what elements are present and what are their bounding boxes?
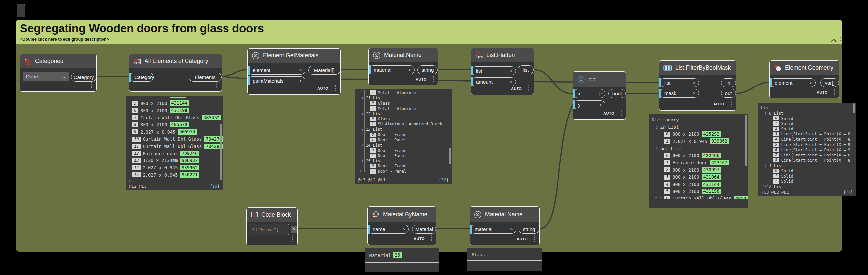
output-port-elements[interactable]: Elements bbox=[189, 73, 221, 81]
kebab-menu-icon[interactable] bbox=[433, 76, 434, 82]
input-port-list[interactable]: list> bbox=[659, 78, 699, 87]
node-title: Code Block bbox=[261, 211, 291, 218]
output-port-category[interactable]: Category bbox=[71, 73, 96, 81]
kebab-menu-icon[interactable] bbox=[834, 89, 835, 95]
input-port-amount[interactable]: amount> bbox=[471, 77, 516, 86]
lacing-control[interactable]: AUTO bbox=[416, 77, 427, 81]
output-port-bool[interactable]: bool bbox=[609, 89, 626, 98]
input-port-mask[interactable]: mask> bbox=[659, 89, 699, 98]
kebab-menu-icon[interactable] bbox=[335, 85, 336, 92]
wire[interactable] bbox=[222, 70, 247, 76]
lacing-control[interactable]: AUTO bbox=[317, 87, 328, 91]
node-all-elements-of-category[interactable]: All Elements of Category Category Elemen… bbox=[129, 54, 222, 92]
wire[interactable] bbox=[341, 69, 368, 70]
node-material-byname[interactable]: Material.ByName name> Material AUTO bbox=[367, 206, 436, 245]
preview-bubble-all-elements[interactable]: 5800 x 21004311446800 x 21004311987Curta… bbox=[126, 96, 223, 190]
preview-scrollbar[interactable] bbox=[853, 103, 855, 113]
input-port-element[interactable]: element> bbox=[248, 66, 305, 75]
lacing-control[interactable]: AUTO bbox=[817, 91, 828, 95]
preview-bubble-filter-dictionary[interactable]: Dictionary❯inList0800 x 210042529212.027… bbox=[649, 114, 748, 208]
input-port-element[interactable]: element> bbox=[770, 78, 816, 87]
lacing-control[interactable]: AUTO bbox=[414, 237, 425, 241]
node-material-name-2[interactable]: Material.Name material> string AUTO bbox=[469, 206, 540, 245]
preview-value: Entrance door bbox=[143, 151, 178, 156]
kebab-menu-icon[interactable] bbox=[528, 85, 529, 92]
kebab-menu-icon[interactable] bbox=[91, 82, 92, 89]
output-port-var[interactable]: var[] bbox=[820, 78, 839, 87]
preview-scrollbar[interactable] bbox=[450, 147, 451, 164]
output-port-string[interactable]: string bbox=[519, 225, 539, 234]
preview-value: Curtain Wall Dbl Glass bbox=[143, 144, 202, 149]
node-equals[interactable]: == x> y> bool AUTO bbox=[573, 71, 626, 119]
expand-chevron-icon: ❯ bbox=[765, 185, 767, 187]
id-badge: 423107 bbox=[710, 160, 729, 166]
preview-row: 92.027 x 0.945505974 bbox=[126, 129, 223, 136]
node-list-flatten[interactable]: n List.Flatten list> amount> list AUTO bbox=[471, 48, 534, 95]
category-dropdown[interactable]: Doors ⌄ bbox=[24, 72, 69, 81]
level-labels[interactable]: @L2 @L1 bbox=[129, 183, 147, 188]
output-port-material-list[interactable]: Material[] bbox=[308, 66, 340, 75]
preview-scrollbar[interactable] bbox=[220, 124, 222, 180]
connected-indicator bbox=[659, 89, 661, 98]
output-port-string[interactable]: string bbox=[417, 65, 438, 74]
port-default-chevron: > bbox=[599, 91, 602, 96]
code-editor[interactable]: 1 "Glass"; bbox=[249, 224, 289, 235]
wire[interactable] bbox=[540, 105, 573, 229]
preview-row: 7Curtain Wall Dbl Glass485452 bbox=[126, 114, 223, 121]
node-element-getmaterials[interactable]: Element.GetMaterials element> paintMater… bbox=[247, 48, 341, 95]
level-labels[interactable]: @L3 @L2 @L1 bbox=[358, 177, 385, 182]
input-port-y[interactable]: y> bbox=[573, 100, 606, 109]
level-labels[interactable]: @L3 @L2 @L1 bbox=[762, 190, 789, 195]
kebab-menu-icon[interactable] bbox=[621, 110, 622, 116]
dynamo-canvas[interactable]: Segregating Wooden doors from glass door… bbox=[0, 0, 868, 275]
output-port-out[interactable]: out bbox=[721, 89, 736, 98]
output-port[interactable]: > bbox=[291, 226, 297, 233]
lacing-control[interactable]: AUTO bbox=[517, 237, 528, 241]
input-port-material[interactable]: material> bbox=[470, 225, 516, 234]
preview-scrollbar[interactable] bbox=[745, 115, 747, 166]
node-list-filterbyboolmask[interactable]: List.FilterByBoolMask list> mask> in out… bbox=[659, 60, 736, 111]
node-code-block[interactable]: Code Block 1 "Glass"; > bbox=[246, 207, 298, 245]
preview-bubble-material-name[interactable]: 1Metal - Aluminum❯11List0Glass1Metal - A… bbox=[355, 89, 452, 184]
input-port-x[interactable]: x> bbox=[573, 89, 606, 98]
node-material-name-1[interactable]: Material.Name material> string AUTO bbox=[368, 48, 438, 85]
node-element-geometry[interactable]: Element.Geometry element> var[] AUTO bbox=[770, 60, 839, 98]
input-port-category[interactable]: Category bbox=[129, 73, 154, 81]
output-port-in[interactable]: in bbox=[721, 78, 736, 87]
wire[interactable] bbox=[626, 94, 659, 94]
preview-row: 0Glass bbox=[355, 101, 452, 106]
id-badge: 431198 bbox=[702, 188, 721, 194]
wire[interactable] bbox=[736, 82, 770, 94]
list-key: 12 bbox=[366, 112, 370, 116]
preview-bubble-material-name-2[interactable]: Glass bbox=[467, 248, 542, 271]
chevron-down-icon: ⌄ bbox=[62, 74, 66, 79]
node-header: List.FilterByBoolMask bbox=[659, 61, 736, 75]
kebab-menu-icon[interactable] bbox=[534, 235, 535, 242]
preview-bubble-material-byname[interactable]: Material 26 bbox=[365, 248, 439, 272]
lacing-control[interactable]: AUTO bbox=[603, 111, 614, 115]
kebab-menu-icon[interactable] bbox=[292, 235, 292, 242]
output-port-list[interactable]: list bbox=[518, 65, 534, 74]
input-port-list[interactable]: list> bbox=[471, 66, 516, 75]
lacing-control[interactable]: AUTO bbox=[713, 102, 724, 106]
kebab-menu-icon[interactable] bbox=[731, 100, 732, 107]
lacing-control[interactable]: AUTO bbox=[511, 87, 522, 91]
node-title: Element.Geometry bbox=[785, 64, 833, 71]
kebab-menu-icon[interactable] bbox=[431, 235, 432, 242]
index-badge: 3 bbox=[664, 175, 670, 180]
port-default-chevron: > bbox=[509, 79, 512, 84]
kebab-menu-icon[interactable] bbox=[216, 82, 217, 89]
item-count: {16} bbox=[210, 183, 220, 188]
input-port-name[interactable]: name> bbox=[368, 225, 409, 234]
preview-value: 800 x 2100 bbox=[140, 101, 167, 106]
input-port-paintmaterials[interactable]: paintMaterials> bbox=[248, 76, 305, 85]
input-port-material[interactable]: material> bbox=[369, 65, 415, 74]
output-port-material[interactable]: Material bbox=[412, 225, 436, 234]
preview-bubble-geometry[interactable]: List❯0List0Solid1Solid2Solid3Line(StartP… bbox=[758, 103, 857, 197]
preview-row: 0800 x 2100422466 bbox=[649, 152, 748, 159]
node-categories[interactable]: Categories Doors ⌄ Category bbox=[20, 54, 97, 92]
wire[interactable] bbox=[297, 229, 367, 229]
wire[interactable] bbox=[438, 69, 471, 70]
preview-row: 5Line(StartPoint = Point(X = 9 bbox=[758, 142, 857, 147]
node-title: Material.Name bbox=[384, 52, 422, 59]
